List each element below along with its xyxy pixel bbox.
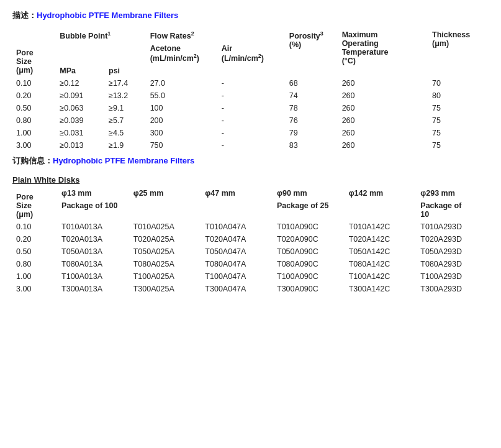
cell-max-temp: 260 — [338, 114, 428, 127]
disk-cell-phi47: T100A047A — [201, 270, 273, 283]
cell-acetone: 55.0 — [147, 89, 218, 102]
cell-air: - — [218, 127, 286, 139]
header-mpa-label: MPa — [56, 65, 105, 77]
disk-table-row: 3.00T300A013AT300A025AT300A047AT300A090C… — [12, 283, 489, 295]
disk-cell-phi13: T080A013A — [58, 258, 130, 270]
cell-mpa: ≥0.031 — [56, 127, 105, 139]
table-row: 0.10≥0.12≥17.427.0-6826070 — [12, 77, 489, 89]
cell-thickness: 75 — [428, 114, 489, 127]
disk-cell-phi142: T010A142C — [345, 221, 417, 233]
disk-subheader-phi293: Package of10 — [417, 199, 489, 221]
disk-cell-phi142: T100A142C — [345, 270, 417, 283]
cell-pore-size: 0.10 — [12, 77, 56, 89]
cell-psi: ≥9.1 — [105, 102, 147, 114]
cell-air: - — [218, 114, 286, 127]
disk-cell-phi13: T300A013A — [58, 283, 130, 295]
cell-air: - — [218, 102, 286, 114]
disk-cell-phi47: T010A047A — [201, 221, 273, 233]
disk-cell-phi25: T010A025A — [130, 221, 202, 233]
disk-cell-pore: 0.50 — [12, 245, 58, 258]
order-info-text: Hydrophobic PTFE Membrane Filters — [53, 156, 194, 165]
cell-porosity: 78 — [286, 102, 338, 114]
order-info-line: 订购信息：Hydrophobic PTFE Membrane Filters — [12, 155, 489, 167]
cell-max-temp: 260 — [338, 102, 428, 114]
disk-cell-phi47: T020A047A — [201, 233, 273, 245]
cell-max-temp: 260 — [338, 127, 428, 139]
cell-psi: ≥1.9 — [105, 139, 147, 152]
header-air-empty — [218, 65, 286, 77]
header-thickness: Thickness(μm) — [428, 29, 489, 77]
header-max-temp: MaximumOperatingTemperature(°C) — [338, 29, 428, 77]
header-flow-rates: Flow Rates2 — [147, 29, 286, 42]
header-air: Air(L/min/cm2) — [218, 42, 286, 65]
properties-table: PoreSize(μm) Bubble Point1 Flow Rates2 P… — [12, 29, 489, 152]
cell-acetone: 300 — [147, 127, 218, 139]
disk-cell-phi293: T050A293D — [417, 245, 489, 258]
cell-mpa: ≥0.12 — [56, 77, 105, 89]
header-psi-label: psi — [105, 65, 147, 77]
table-row: 0.20≥0.091≥13.255.0-7426080 — [12, 89, 489, 102]
disk-header-phi142: φ142 mm — [345, 187, 417, 199]
cell-air: - — [218, 77, 286, 89]
cell-pore-size: 0.80 — [12, 114, 56, 127]
disk-cell-phi25: T100A025A — [130, 270, 202, 283]
cell-thickness: 70 — [428, 77, 489, 89]
cell-pore-size: 1.00 — [12, 127, 56, 139]
disk-subheader-phi90: Package of 25 — [273, 199, 417, 221]
table-row: 0.50≥0.063≥9.1100-7826075 — [12, 102, 489, 114]
cell-mpa: ≥0.039 — [56, 114, 105, 127]
disk-cell-phi13: T050A013A — [58, 245, 130, 258]
disk-cell-phi13: T100A013A — [58, 270, 130, 283]
cell-acetone: 200 — [147, 114, 218, 127]
header-psi — [105, 42, 147, 65]
disk-table-row: 0.80T080A013AT080A025AT080A047AT080A090C… — [12, 258, 489, 270]
cell-air: - — [218, 89, 286, 102]
disk-table-row: 1.00T100A013AT100A025AT100A047AT100A090C… — [12, 270, 489, 283]
disk-cell-phi90: T010A090C — [273, 221, 345, 233]
disk-cell-phi25: T020A025A — [130, 233, 202, 245]
header-acetone: Acetone(mL/min/cm2) — [147, 42, 218, 65]
cell-acetone: 750 — [147, 139, 218, 152]
disk-cell-phi90: T080A090C — [273, 258, 345, 270]
disk-cell-pore: 1.00 — [12, 270, 58, 283]
disk-cell-phi142: T020A142C — [345, 233, 417, 245]
cell-pore-size: 0.50 — [12, 102, 56, 114]
table-row: 3.00≥0.013≥1.9750-8326075 — [12, 139, 489, 152]
disk-cell-phi293: T080A293D — [417, 258, 489, 270]
disk-table-row: 0.10T010A013AT010A025AT010A047AT010A090C… — [12, 221, 489, 233]
disk-header-phi25: φ25 mm — [130, 187, 202, 199]
cell-psi: ≥5.7 — [105, 114, 147, 127]
disk-cell-pore: 0.80 — [12, 258, 58, 270]
plain-white-title: Plain White Disks — [12, 175, 489, 185]
disk-cell-phi25: T080A025A — [130, 258, 202, 270]
cell-porosity: 74 — [286, 89, 338, 102]
disk-cell-phi142: T080A142C — [345, 258, 417, 270]
disk-cell-pore: 3.00 — [12, 283, 58, 295]
disk-cell-phi13: T010A013A — [58, 221, 130, 233]
cell-max-temp: 260 — [338, 139, 428, 152]
cell-acetone: 27.0 — [147, 77, 218, 89]
header-bubble-point: Bubble Point1 — [56, 29, 146, 42]
disk-header-pore: PoreSize(μm) — [12, 187, 58, 221]
cell-mpa: ≥0.013 — [56, 139, 105, 152]
disk-header-phi47: φ47 mm — [201, 187, 273, 199]
disk-cell-pore: 0.20 — [12, 233, 58, 245]
table-row: 0.80≥0.039≥5.7200-7626075 — [12, 114, 489, 127]
disk-cell-phi47: T080A047A — [201, 258, 273, 270]
table-row: 1.00≥0.031≥4.5300-7926075 — [12, 127, 489, 139]
disk-cell-phi25: T050A025A — [130, 245, 202, 258]
header-mpa — [56, 42, 105, 65]
cell-air: - — [218, 139, 286, 152]
disk-header-phi13: φ13 mm — [58, 187, 130, 199]
disk-cell-phi293: T300A293D — [417, 283, 489, 295]
cell-psi: ≥4.5 — [105, 127, 147, 139]
disk-cell-phi90: T300A090C — [273, 283, 345, 295]
header-porosity: Porosity3(%) — [286, 29, 338, 65]
header-acetone-empty — [147, 65, 218, 77]
disk-cell-phi142: T050A142C — [345, 245, 417, 258]
description-text: Hydrophobic PTFE Membrane Filters — [37, 11, 178, 20]
cell-max-temp: 260 — [338, 77, 428, 89]
disk-cell-phi293: T100A293D — [417, 270, 489, 283]
disk-cell-phi293: T010A293D — [417, 221, 489, 233]
cell-mpa: ≥0.063 — [56, 102, 105, 114]
